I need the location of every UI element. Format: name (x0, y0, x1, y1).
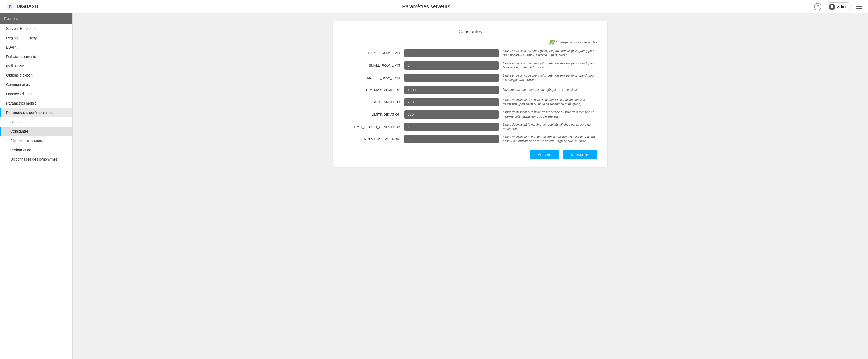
sidebar-item-dictionnaires-synonymes[interactable]: Dictionnaires des synonymes (0, 155, 72, 164)
sidebar-item-parametres-mobile[interactable]: Paramètres mobile (0, 99, 72, 108)
card-footer: Annuler Enregistrer (343, 150, 597, 159)
field-input-wrap-small-row-limit (404, 61, 499, 70)
field-input-wrap-limitindexation (404, 110, 499, 118)
save-status: ✅ Changements sauvegardés (343, 40, 597, 45)
field-label-limitindexation: LIMITINDEXATION (343, 113, 400, 116)
field-desc-limitsearchbox: Limite définissant si le filtre de dimen… (503, 98, 597, 107)
field-input-mobile-row-limit[interactable] (404, 74, 499, 82)
field-label-dim-max-members: DIM_MAX_MEMBERS (343, 88, 400, 92)
main-content: Constantes ✅ Changements sauvegardés LAR… (72, 13, 868, 359)
sidebar-item-rafraichissements[interactable]: Rafraichissements (0, 52, 72, 61)
sidebar-search[interactable]: Rechercher (0, 13, 72, 24)
sidebar-item-performance[interactable]: Performance (0, 145, 72, 155)
field-label-small-row-limit: SMALL_ROW_LIMIT (343, 63, 400, 67)
constants-card: Constantes ✅ Changements sauvegardés LAR… (333, 21, 608, 167)
field-input-wrap-limit-result-searchbox (404, 123, 499, 131)
sidebar-item-reglages-proxy[interactable]: Réglages du Proxy (0, 33, 72, 43)
page-title: Paramètres serveurs (402, 4, 450, 9)
save-status-text: Changements sauvegardés (556, 40, 597, 44)
field-input-dim-max-members[interactable] (404, 86, 499, 94)
sidebar-item-langues[interactable]: Langues (0, 117, 72, 127)
field-input-wrap-limitsearchbox (404, 98, 499, 106)
field-input-wrap-large-row-limit (404, 49, 499, 57)
form-row-mobile-row-limit: MOBILE_ROW_LIMITLimite entre un cube cli… (343, 74, 597, 82)
form-row-limitindexation: LIMITINDEXATIONLimite définissant si la … (343, 110, 597, 119)
logo-text: DIGDASH (17, 4, 38, 9)
field-desc-limit-result-searchbox: Limite définissant le nombre de resultat… (503, 122, 597, 131)
sidebar-item-commentaires[interactable]: Commentaires (0, 80, 72, 89)
field-input-large-row-limit[interactable] (404, 49, 499, 57)
field-input-preview-limit-row[interactable] (404, 135, 499, 143)
app-header: D DIGDASH Paramètres serveurs ? admin (0, 0, 868, 13)
cancel-button[interactable]: Annuler (530, 150, 559, 159)
sidebar-item-serveur-enterprise[interactable]: Serveur Enterprise (0, 24, 72, 33)
field-label-limit-result-searchbox: LIMIT_RESULT_SEARCHBOX (343, 125, 400, 129)
logo: D DIGDASH (6, 3, 38, 11)
save-check-icon: ✅ (549, 40, 554, 45)
sidebar-item-options-export[interactable]: Options d'export (0, 71, 72, 80)
field-input-limitindexation[interactable] (404, 110, 499, 118)
form-row-preview-limit-row: PREVIEW_LIMIT_ROWLimite définissant le n… (343, 135, 597, 144)
field-label-preview-limit-row: PREVIEW_LIMIT_ROW (343, 137, 400, 141)
header-controls: ? admin (814, 2, 862, 11)
form-row-dim-max-members: DIM_MAX_MEMBERSNombre max. de membres ch… (343, 86, 597, 94)
field-desc-small-row-limit: Limite entre un cube client (plus petit)… (503, 61, 597, 70)
user-avatar (829, 4, 835, 10)
card-title: Constantes (343, 29, 597, 34)
logo-icon: D (6, 3, 14, 11)
field-desc-mobile-row-limit: Limite entre un cube client (plus petit)… (503, 74, 597, 82)
field-input-small-row-limit[interactable] (404, 61, 499, 70)
field-label-mobile-row-limit: MOBILE_ROW_LIMIT (343, 76, 400, 80)
form-row-limitsearchbox: LIMITSEARCHBOXLimite définissant si le f… (343, 98, 597, 107)
field-desc-dim-max-members: Nombre max. de membres chargés par un cu… (503, 88, 597, 92)
sidebar-item-donnees-audit[interactable]: Données d'audit (0, 89, 72, 99)
field-input-wrap-preview-limit-row (404, 135, 499, 143)
field-desc-large-row-limit: Limite entre un cube client (plus petit)… (503, 49, 597, 58)
save-button[interactable]: Enregistrer (563, 150, 597, 159)
sidebar-item-mail-sms[interactable]: Mail & SMS... (0, 61, 72, 71)
field-label-large-row-limit: LARGE_ROW_LIMIT (343, 51, 400, 55)
form-row-large-row-limit: LARGE_ROW_LIMITLimite entre un cube clie… (343, 49, 597, 58)
field-label-limitsearchbox: LIMITSEARCHBOX (343, 100, 400, 104)
sidebar-item-ldap[interactable]: LDAP... (0, 43, 72, 52)
field-desc-preview-limit-row: Limite définissant le nombre de lignes m… (503, 135, 597, 144)
form-row-limit-result-searchbox: LIMIT_RESULT_SEARCHBOXLimite définissant… (343, 122, 597, 131)
app-layout: Rechercher Serveur EnterpriseRéglages du… (0, 13, 868, 359)
svg-text:D: D (9, 5, 12, 9)
user-name: admin (837, 4, 848, 9)
field-input-wrap-dim-max-members (404, 86, 499, 94)
field-desc-limitindexation: Limite définissant si la boite de recher… (503, 110, 597, 119)
field-input-wrap-mobile-row-limit (404, 74, 499, 82)
user-menu[interactable]: admin (826, 2, 852, 11)
form-row-small-row-limit: SMALL_ROW_LIMITLimite entre un cube clie… (343, 61, 597, 70)
field-input-limitsearchbox[interactable] (404, 98, 499, 106)
field-input-limit-result-searchbox[interactable] (404, 123, 499, 131)
help-button[interactable]: ? (814, 3, 822, 10)
hamburger-menu[interactable] (856, 5, 862, 8)
sidebar: Rechercher Serveur EnterpriseRéglages du… (0, 13, 72, 359)
sidebar-item-parametres-supplementaires[interactable]: Paramètres supplémentaires... (0, 108, 72, 117)
sidebar-item-filtre-dimensions[interactable]: Filtre de dimensions (0, 136, 72, 145)
sidebar-item-constantes[interactable]: Constantes (0, 127, 72, 136)
